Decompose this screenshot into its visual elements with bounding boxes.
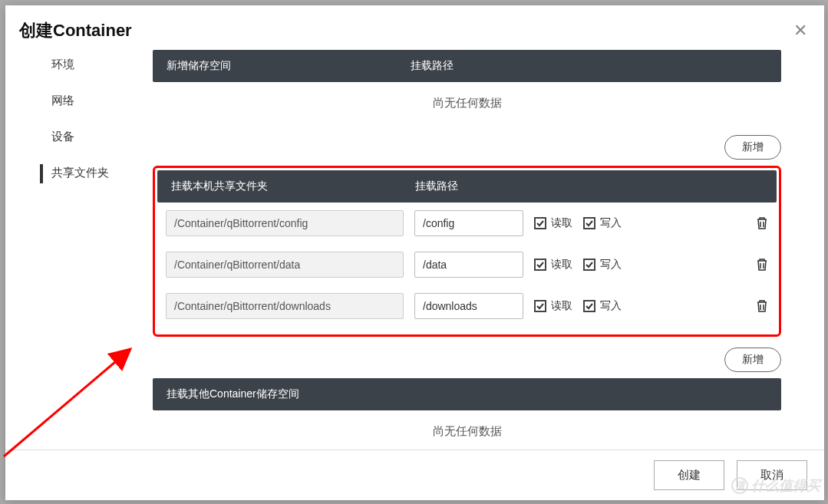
- shared-row: 读取 写入: [155, 244, 779, 285]
- host-path-input[interactable]: [166, 210, 404, 236]
- mount-path-input[interactable]: [414, 252, 523, 278]
- create-container-modal: 创建Container ✕ 环境 网络 设备 共享文件夹 新增储存空间 挂载路径…: [5, 5, 824, 500]
- write-label: 写入: [600, 216, 622, 230]
- add-shared-button[interactable]: 新增: [724, 135, 781, 160]
- read-label: 读取: [551, 216, 572, 230]
- shared-header: 挂载本机共享文件夹 挂载路径: [157, 170, 777, 203]
- trash-icon[interactable]: [756, 216, 768, 230]
- create-button[interactable]: 创建: [654, 460, 724, 490]
- read-label: 读取: [551, 258, 572, 272]
- storage-header-right: 挂载路径: [411, 59, 767, 73]
- shared-row: 读取 写入: [155, 203, 779, 244]
- add-other-button[interactable]: 新增: [724, 348, 781, 372]
- write-checkbox[interactable]: [583, 300, 595, 312]
- other-header: 挂载其他Container储存空间: [153, 378, 781, 410]
- shared-header-left: 挂载本机共享文件夹: [171, 180, 415, 193]
- modal-footer: 创建 取消: [5, 450, 824, 500]
- write-label: 写入: [600, 258, 622, 272]
- sidebar: 环境 网络 设备 共享文件夹: [5, 50, 150, 450]
- other-header-left: 挂载其他Container储存空间: [167, 387, 299, 401]
- read-label: 读取: [551, 299, 572, 313]
- write-checkbox[interactable]: [583, 259, 595, 271]
- sidebar-item-env[interactable]: 环境: [5, 58, 150, 83]
- storage-header-left: 新增储存空间: [167, 59, 411, 73]
- storage-header: 新增储存空间 挂载路径: [153, 50, 781, 82]
- close-icon[interactable]: ✕: [793, 21, 807, 41]
- trash-icon[interactable]: [756, 299, 768, 313]
- trash-icon[interactable]: [756, 258, 768, 272]
- read-checkbox[interactable]: [534, 217, 546, 229]
- mount-path-input[interactable]: [414, 293, 523, 319]
- sidebar-item-device[interactable]: 设备: [5, 119, 150, 155]
- highlighted-section: 挂载本机共享文件夹 挂载路径 读取 写入: [153, 166, 781, 337]
- sidebar-item-network[interactable]: 网络: [5, 83, 150, 119]
- modal-body: 环境 网络 设备 共享文件夹 新增储存空间 挂载路径 尚无任何数据 新增 挂载本…: [5, 50, 824, 450]
- host-path-input[interactable]: [166, 252, 404, 278]
- write-checkbox[interactable]: [583, 217, 595, 229]
- content-scroll[interactable]: 新增储存空间 挂载路径 尚无任何数据 新增 挂载本机共享文件夹 挂载路径: [150, 50, 824, 450]
- read-checkbox[interactable]: [534, 300, 546, 312]
- sidebar-item-shared-folder[interactable]: 共享文件夹: [5, 155, 150, 191]
- cancel-button[interactable]: 取消: [737, 460, 807, 490]
- mount-path-input[interactable]: [414, 210, 523, 236]
- shared-row: 读取 写入: [155, 285, 779, 327]
- shared-header-right: 挂载路径: [415, 180, 763, 193]
- other-empty: 尚无任何数据: [153, 410, 781, 450]
- modal-header: 创建Container ✕: [5, 5, 824, 50]
- read-checkbox[interactable]: [534, 259, 546, 271]
- host-path-input[interactable]: [166, 293, 404, 319]
- write-label: 写入: [600, 299, 622, 313]
- modal-title: 创建Container: [19, 19, 132, 42]
- storage-empty: 尚无任何数据: [153, 82, 781, 124]
